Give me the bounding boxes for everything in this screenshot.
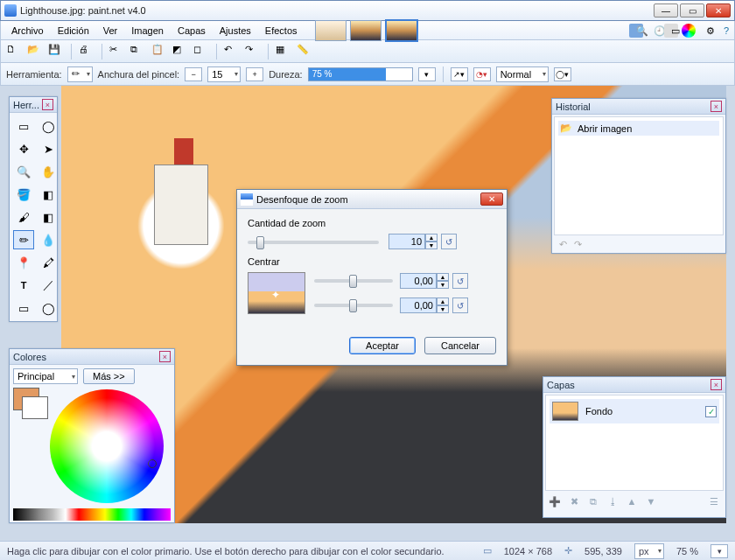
brush-width-value[interactable]: 15 [207, 66, 241, 82]
tool-move-selected[interactable]: ➤ [38, 139, 59, 158]
center-x-slider[interactable] [314, 279, 393, 283]
fill-style-dropdown[interactable]: ↗▾ [451, 67, 468, 81]
undo-icon[interactable]: ↶ [224, 44, 240, 60]
menu-archivo[interactable]: Archivo [4, 24, 51, 38]
status-unit-dropdown[interactable]: px [634, 543, 664, 559]
menu-ver[interactable]: Ver [96, 24, 125, 38]
reset-value-icon[interactable]: ↺ [441, 234, 457, 249]
panel-close-icon[interactable]: × [710, 101, 722, 112]
new-file-icon[interactable]: 🗋 [6, 44, 22, 60]
tool-gradient[interactable]: ◧ [38, 185, 59, 204]
layer-add-icon[interactable]: ➕ [549, 495, 561, 508]
history-item[interactable]: 📂 Abrir imagen [558, 121, 719, 136]
layer-delete-icon[interactable]: ✖ [568, 495, 580, 508]
menu-imagen[interactable]: Imagen [124, 24, 171, 38]
grid-icon[interactable]: ▦ [276, 44, 291, 60]
zoom-amount-input[interactable] [388, 234, 425, 249]
open-image-thumb[interactable] [350, 20, 382, 41]
spinner-up-icon[interactable]: ▲ [437, 273, 449, 281]
tool-pencil[interactable]: ✏ [13, 230, 34, 249]
tool-colorpicker[interactable]: 💧 [38, 230, 59, 249]
tool-zoom[interactable]: 🔍 [13, 162, 34, 181]
hardness-dropdown[interactable]: ▾ [418, 67, 436, 81]
deselect-icon[interactable]: ◻ [193, 44, 209, 60]
print-icon[interactable]: 🖨 [79, 44, 94, 60]
reset-value-icon[interactable]: ↺ [452, 273, 468, 289]
alpha-dropdown[interactable]: ◯▾ [554, 67, 571, 81]
menu-efectos[interactable]: Efectos [258, 24, 304, 38]
spinner-down-icon[interactable]: ▼ [437, 305, 449, 313]
spinner-up-icon[interactable]: ▲ [425, 234, 438, 242]
tool-eraser[interactable]: ◧ [38, 207, 59, 227]
tool-dropdown[interactable]: ✏ [67, 66, 93, 82]
tool-lasso-select[interactable]: ◯ [38, 116, 59, 136]
layer-up-icon[interactable]: ▲ [626, 495, 638, 508]
ruler-icon[interactable]: 📏 [297, 44, 312, 60]
dialog-cancel-button[interactable]: Cancelar [424, 337, 496, 354]
tool-shapes[interactable]: ◯ [38, 298, 59, 318]
dialog-close-button[interactable]: ✕ [480, 192, 503, 206]
layer-visible-checkbox[interactable]: ✓ [705, 406, 717, 417]
panel-close-icon[interactable]: × [42, 99, 53, 110]
center-y-slider[interactable] [314, 304, 393, 307]
tool-recolor[interactable]: 🖍 [38, 253, 59, 272]
open-file-icon[interactable]: 📂 [27, 44, 43, 60]
center-x-input[interactable] [400, 273, 437, 289]
tools-window-icon[interactable]: 🔍 [629, 24, 643, 38]
paste-icon[interactable]: 📋 [151, 44, 167, 60]
redo-icon[interactable]: ↷ [245, 44, 261, 60]
spinner-down-icon[interactable]: ▼ [437, 281, 449, 289]
width-plus-button[interactable]: + [246, 67, 263, 81]
layer-down-icon[interactable]: ▼ [645, 495, 657, 508]
maximize-button[interactable]: ▭ [680, 4, 704, 18]
layers-window-icon[interactable]: ▭ [664, 24, 678, 38]
colors-window-icon[interactable] [682, 24, 696, 38]
blend-mode-dropdown[interactable]: Normal [496, 66, 549, 82]
minimize-button[interactable]: — [654, 4, 678, 18]
history-undo-icon[interactable]: ↶ [559, 239, 567, 250]
help-icon[interactable]: ? [717, 24, 731, 38]
colors-more-button[interactable]: Más >> [83, 368, 135, 384]
width-minus-button[interactable]: − [185, 67, 202, 81]
menu-ajustes[interactable]: Ajustes [213, 24, 258, 38]
close-button[interactable]: ✕ [706, 4, 731, 18]
crop-icon[interactable]: ◩ [172, 44, 188, 60]
color-wheel[interactable] [50, 389, 164, 503]
color-wheel-cursor[interactable] [148, 459, 157, 468]
reset-value-icon[interactable]: ↺ [452, 298, 468, 313]
history-window-icon[interactable]: 🕘 [647, 24, 661, 38]
layer-properties-icon[interactable]: ☰ [708, 495, 720, 508]
center-preview[interactable] [248, 272, 305, 314]
tool-rect-select[interactable]: ▭ [13, 116, 34, 136]
layer-merge-icon[interactable]: ⭳ [606, 495, 619, 508]
tool-move[interactable]: ✥ [13, 139, 34, 158]
dialog-ok-button[interactable]: Aceptar [349, 337, 416, 354]
tool-line[interactable]: ／ [38, 276, 59, 295]
tool-brush[interactable]: 🖌 [13, 207, 34, 227]
menu-edicion[interactable]: Edición [51, 24, 96, 38]
tool-pan[interactable]: ✋ [38, 162, 59, 181]
center-y-input[interactable] [400, 298, 437, 313]
menu-capas[interactable]: Capas [171, 24, 213, 38]
cut-icon[interactable]: ✂ [109, 44, 125, 60]
tool-text[interactable]: T [13, 276, 34, 295]
layer-row[interactable]: Fondo ✓ [550, 399, 719, 424]
color-palette-strip[interactable] [13, 508, 171, 521]
zoom-amount-slider[interactable] [248, 241, 379, 244]
tool-fill[interactable]: 🪣 [13, 185, 34, 204]
settings-icon[interactable]: ⚙ [699, 24, 713, 38]
open-image-thumb[interactable] [315, 20, 346, 41]
hardness-slider[interactable]: 75 % [308, 67, 413, 81]
panel-close-icon[interactable]: × [710, 379, 722, 390]
tool-clone[interactable]: 📍 [13, 253, 34, 272]
save-icon[interactable]: 💾 [48, 44, 64, 60]
tool-rect[interactable]: ▭ [13, 298, 34, 318]
open-image-thumb-active[interactable] [385, 19, 418, 42]
secondary-color-swatch[interactable] [22, 396, 48, 419]
color-mode-dropdown[interactable]: Principal [13, 368, 78, 384]
history-redo-icon[interactable]: ↷ [574, 239, 582, 250]
spinner-down-icon[interactable]: ▼ [425, 242, 438, 249]
panel-close-icon[interactable]: × [159, 351, 171, 362]
antialias-dropdown[interactable]: ◔▾ [473, 67, 491, 81]
spinner-up-icon[interactable]: ▲ [437, 298, 449, 305]
